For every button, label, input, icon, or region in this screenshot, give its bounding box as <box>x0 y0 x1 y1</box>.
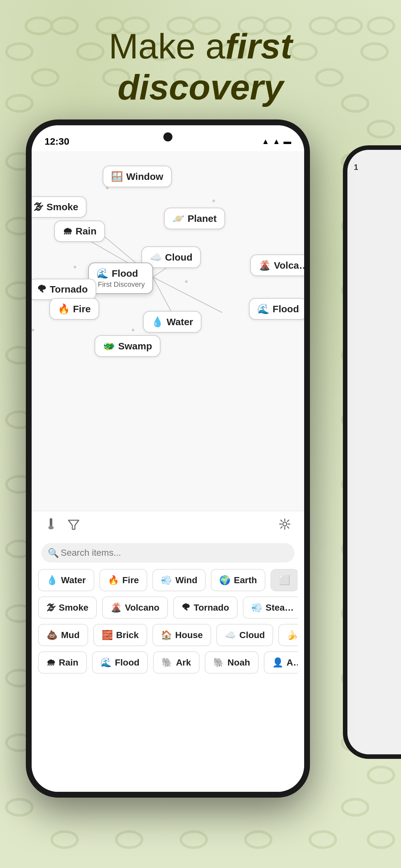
flood-right-label: Flood <box>273 304 299 314</box>
items-row-2: 🌫 Smoke 🌋 Volcano 🌪 Tornado 💨 Stea… <box>38 596 298 619</box>
window-emoji: 🪟 <box>111 171 123 182</box>
item-chip-house[interactable]: 🏠 House <box>152 624 212 646</box>
fire-label: Fire <box>73 304 91 314</box>
item-chip-fire[interactable]: 🔥 Fire <box>99 569 147 591</box>
water-canvas-label: Water <box>166 316 193 328</box>
game-canvas[interactable]: 🪟 Window 🌫 Smoke 🪐 Planet 🌧 Rain ☁️ <box>32 151 304 540</box>
canvas-item-smoke[interactable]: 🌫 Smoke <box>32 196 87 218</box>
svg-point-62 <box>310 832 336 848</box>
canvas-item-swamp[interactable]: 🐲 Swamp <box>95 335 160 357</box>
items-row-1: 💧 Water 🔥 Fire 💨 Wind 🌍 Earth ⬜ <box>38 569 298 591</box>
canvas-item-water[interactable]: 💧 Water <box>143 311 202 333</box>
tornado-chip-label: Tornado <box>194 602 229 613</box>
svg-point-60 <box>181 832 207 848</box>
cloud-emoji: ☁️ <box>150 252 162 263</box>
volcano-chip-label: Volcano <box>125 602 159 613</box>
house-chip-label: House <box>175 630 203 640</box>
item-chip-volcano[interactable]: 🌋 Volcano <box>102 596 168 619</box>
noah-chip-emoji: 🐘 <box>213 657 224 668</box>
item-chip-brick[interactable]: 🧱 Brick <box>93 624 147 646</box>
item-chip-cloud[interactable]: ☁️ Cloud <box>216 624 273 646</box>
item-chip-more-3[interactable]: 🍌 <box>278 624 298 646</box>
mud-chip-emoji: 💩 <box>47 630 58 640</box>
settings-icon <box>278 518 291 531</box>
item-chip-wind[interactable]: 💨 Wind <box>152 569 206 591</box>
flood-main-label: Flood <box>112 268 138 279</box>
search-wrapper: 🔍 <box>41 543 295 562</box>
more-1-emoji: ⬜ <box>279 575 290 585</box>
canvas-item-flood-right[interactable]: 🌊 Flood <box>249 298 304 320</box>
noah-chip-label: Noah <box>227 657 250 668</box>
volcano-emoji: 🌋 <box>258 259 271 271</box>
wind-chip-label: Wind <box>175 575 197 585</box>
item-chip-flood[interactable]: 🌊 Flood <box>92 651 148 674</box>
canvas-item-tornado[interactable]: 🌪 Tornado <box>32 279 96 300</box>
item-chip-smoke[interactable]: 🌫 Smoke <box>38 596 97 619</box>
canvas-item-planet[interactable]: 🪐 Planet <box>164 208 225 229</box>
header-section: Make afirst discovery <box>0 26 401 107</box>
wifi-icon: ▲ <box>261 137 269 146</box>
smoke-chip-label: Smoke <box>59 602 89 613</box>
swamp-emoji: 🐲 <box>103 340 115 352</box>
item-chip-rain[interactable]: 🌧 Rain <box>38 651 87 674</box>
ark-chip-label: Ark <box>176 657 191 668</box>
item-chip-tornado[interactable]: 🌪 Tornado <box>173 596 238 619</box>
more-4-label: A… <box>287 657 298 668</box>
brick-chip-emoji: 🧱 <box>102 630 113 640</box>
items-row-4: 🌧 Rain 🌊 Flood 🐘 Ark 🐘 Noah 👤 A… <box>38 651 298 674</box>
smoke-emoji: 🌫 <box>34 202 43 213</box>
cloud-chip-emoji: ☁️ <box>225 630 236 640</box>
smoke-chip-emoji: 🌫 <box>47 602 56 613</box>
search-input[interactable] <box>41 543 295 562</box>
flood-main-content: 🌊 Flood <box>96 268 138 279</box>
fire-chip-emoji: 🔥 <box>108 575 119 585</box>
search-icon: 🔍 <box>48 548 59 558</box>
tornado-emoji: 🌪 <box>37 284 47 295</box>
water-chip-label: Water <box>61 575 86 585</box>
item-chip-earth[interactable]: 🌍 Earth <box>211 569 266 591</box>
item-chip-mud[interactable]: 💩 Mud <box>38 624 88 646</box>
canvas-item-window[interactable]: 🪟 Window <box>103 166 172 187</box>
settings-button[interactable] <box>278 518 291 533</box>
dot-3 <box>73 266 76 268</box>
cloud-chip-label: Cloud <box>239 630 265 640</box>
brush-button[interactable] <box>44 518 58 533</box>
camera-dot <box>163 132 173 142</box>
fire-chip-label: Fire <box>122 575 139 585</box>
item-chip-steam[interactable]: 💨 Stea… <box>243 596 298 619</box>
ark-chip-emoji: 🐘 <box>161 657 173 668</box>
planet-label: Planet <box>188 213 217 224</box>
item-chip-water[interactable]: 💧 Water <box>38 569 94 591</box>
canvas-item-volcano[interactable]: 🌋 Volca… <box>250 254 304 276</box>
svg-point-44 <box>342 799 368 815</box>
svg-rect-70 <box>49 526 54 529</box>
window-label: Window <box>126 171 163 182</box>
svg-point-72 <box>283 522 287 526</box>
battery-icon: ▬ <box>283 137 291 146</box>
flood-chip-emoji: 🌊 <box>100 657 112 668</box>
header-line2: discovery <box>118 67 283 107</box>
water-canvas-emoji: 💧 <box>151 316 163 328</box>
rain-chip-emoji: 🌧 <box>47 657 56 668</box>
flood-right-emoji: 🌊 <box>257 303 269 314</box>
volcano-chip-emoji: 🌋 <box>111 602 122 613</box>
items-grid: 💧 Water 🔥 Fire 💨 Wind 🌍 Earth ⬜ <box>32 566 304 792</box>
item-chip-ark[interactable]: 🐘 Ark <box>153 651 199 674</box>
canvas-item-rain[interactable]: 🌧 Rain <box>54 221 105 242</box>
svg-point-58 <box>52 832 78 848</box>
item-chip-more-1[interactable]: ⬜ <box>271 569 298 591</box>
rain-emoji: 🌧 <box>63 226 72 237</box>
filter-button[interactable] <box>67 518 80 533</box>
item-chip-noah[interactable]: 🐘 Noah <box>205 651 258 674</box>
phone-frame: 12:30 ▲ ▲ ▬ <box>26 120 310 798</box>
canvas-item-flood-main[interactable]: 🌊 Flood First Discovery <box>88 262 153 294</box>
steam-chip-emoji: 💨 <box>251 602 263 613</box>
svg-point-57 <box>6 799 32 815</box>
canvas-item-fire[interactable]: 🔥 Fire <box>50 298 99 320</box>
item-chip-more-4[interactable]: 👤 A… <box>264 651 298 674</box>
cloud-label: Cloud <box>165 252 192 263</box>
brush-icon <box>44 518 58 531</box>
rain-label: Rain <box>75 226 96 237</box>
house-chip-emoji: 🏠 <box>161 630 172 640</box>
dot-6 <box>32 329 34 331</box>
